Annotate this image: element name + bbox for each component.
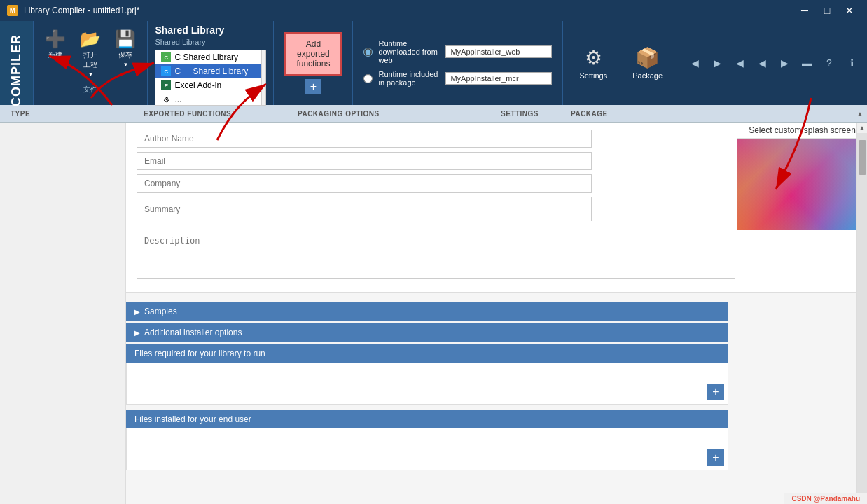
runtime-mcr-radio[interactable] [363,74,373,83]
new-label: 新建 [48,50,62,60]
close-button[interactable]: ✕ [839,0,860,21]
splash-screen-preview[interactable] [737,139,867,230]
save-icon: 💾 [115,29,136,49]
author-name-input[interactable] [137,130,592,148]
runtime-web-input[interactable] [445,46,552,58]
type-column-header: TYPE [4,110,144,118]
shared-lib-title: Shared Library [155,24,266,36]
packaging-options-section: Runtime downloaded from web Runtime incl… [353,21,563,105]
additional-options-section-bar[interactable]: ▶ Additional installer options [126,323,728,342]
toolbar-btn-6[interactable]: ▬ [797,53,817,73]
info-button[interactable]: ℹ [842,53,861,73]
save-arrow-icon: ▼ [123,62,128,68]
app-icon: M [7,5,18,16]
c-library-label: C Shared Library [174,52,238,62]
summary-input[interactable] [137,197,592,221]
exported-column-header: EXPORTED FUNCTIONS [144,110,298,118]
enduser-files-section-bar[interactable]: Files installed for your end user [126,410,728,428]
maximize-button[interactable]: □ [817,0,838,21]
settings-icon: ⚙ [585,46,602,69]
cpp-library-label: C++ Shared Library [174,66,248,76]
enduser-files-content: + [126,428,728,470]
company-input[interactable] [137,174,592,192]
required-files-label: Files required for your library to run [134,349,265,358]
settings-package-section: ⚙ Settings 📦 Package [563,21,679,105]
scrollbar-thumb[interactable] [859,140,866,175]
shared-library-section: Shared Library Shared Library C C Shared… [148,21,274,105]
title-bar: M Library Compiler - untitled1.prj* ─ □ … [0,0,867,21]
open-button[interactable]: 📂 打开工程 ▼ [76,27,105,80]
window-title: Library Compiler - untitled1.prj* [24,6,794,15]
other-label: ... [174,94,181,104]
new-icon: ➕ [45,29,66,49]
samples-label: Samples [144,307,177,316]
file-operations: ➕ 新建 📂 打开工程 ▼ 💾 保存 ▼ 文件 [34,21,148,105]
package-column-header: PACKAGE [571,110,627,118]
library-dropdown-wrapper: C C Shared Library C C++ Shared Library … [155,50,266,106]
save-button[interactable]: 💾 保存 ▼ [111,27,140,80]
vertical-scrollbar[interactable]: ▲ ▼ [856,122,867,504]
right-content-area: 设置为默认联系人 ▶ Samples ▶ Additional installe… [126,122,867,504]
add-function-button[interactable]: + [305,79,321,94]
runtime-mcr-row: Runtime included in package [363,70,552,87]
toolbar-btn-1[interactable]: ◀ [685,53,705,73]
excel-addin-label: Excel Add-in [174,80,221,90]
toolbar-btn-2[interactable]: ▶ [707,53,727,73]
runtime-web-label: Runtime downloaded from web [378,39,440,64]
settings-column-header: SETTINGS [501,110,571,118]
scrollbar-up-button[interactable]: ▲ [857,122,867,133]
toolbar-btn-3[interactable]: ◀ [730,53,749,73]
status-bar: CSDN @Pandamahu [784,493,867,504]
toolbar-btn-4[interactable]: ◀ [752,53,772,73]
section-area: ▶ Samples ▶ Additional installer options… [126,293,867,504]
package-button[interactable]: 📦 Package [627,43,668,83]
excel-library-icon: E [161,80,171,90]
help-button[interactable]: ? [819,53,839,73]
samples-section-bar[interactable]: ▶ Samples [126,302,728,321]
settings-button[interactable]: ⚙ Settings [574,43,613,83]
excel-addin-item[interactable]: E Excel Add-in [155,78,261,92]
open-arrow-icon: ▼ [88,71,93,78]
window-controls: ─ □ ✕ [794,0,860,21]
scroll-to-top[interactable]: ▲ [856,110,863,118]
scrollbar-track[interactable] [857,133,867,493]
enduser-files-add-button[interactable]: + [707,449,724,466]
packaging-column-header: PACKAGING OPTIONS [298,110,501,118]
c-shared-library-item[interactable]: C C Shared Library [155,50,261,64]
required-files-content: + [126,363,728,405]
status-text: CSDN @Pandamahu [791,495,860,503]
description-row [137,225,856,281]
main-content: 设置为默认联系人 ▶ Samples ▶ Additional installe… [0,122,867,504]
toolbar-btn-5[interactable]: ▶ [775,53,794,73]
runtime-web-row: Runtime downloaded from web [363,39,552,64]
runtime-mcr-label: Runtime included in package [378,70,440,87]
cpp-shared-library-item[interactable]: C C++ Shared Library [155,64,261,78]
dropdown-scrollbar[interactable] [262,50,267,106]
splash-overlay [737,139,867,230]
email-input[interactable] [137,152,592,170]
shared-lib-subtitle: Shared Library [155,38,266,46]
other-item[interactable]: ⚙ ... [155,92,261,106]
open-label: 打开工程 [83,50,97,70]
left-sidebar [0,122,126,504]
add-functions-label: Add exported functions [296,39,330,69]
new-button[interactable]: ➕ 新建 [41,27,70,80]
required-files-section-bar[interactable]: Files required for your library to run [126,344,728,363]
required-files-add-button[interactable]: + [707,384,724,400]
description-textarea[interactable] [137,230,735,279]
cpp-library-icon: C [161,66,171,76]
splash-screen-label[interactable]: Select custom splash screen [737,122,867,139]
additional-arrow-icon: ▶ [134,329,140,337]
toolbar: COMPILER ➕ 新建 📂 打开工程 ▼ 💾 保存 ▼ 文件 Shared … [0,21,867,105]
other-library-icon: ⚙ [161,94,171,104]
runtime-mcr-input[interactable] [445,72,552,85]
samples-arrow-icon: ▶ [134,308,140,316]
right-toolbar: ◀ ▶ ◀ ◀ ▶ ▬ ? ℹ [679,21,867,105]
minimize-button[interactable]: ─ [794,0,815,21]
runtime-web-radio[interactable] [363,48,373,57]
library-type-dropdown[interactable]: C C Shared Library C C++ Shared Library … [155,50,261,106]
add-functions-box[interactable]: Add exported functions [284,32,342,76]
compiler-label: COMPILER [9,34,24,106]
open-icon: 📂 [80,29,101,49]
compiler-section: COMPILER [0,21,34,105]
